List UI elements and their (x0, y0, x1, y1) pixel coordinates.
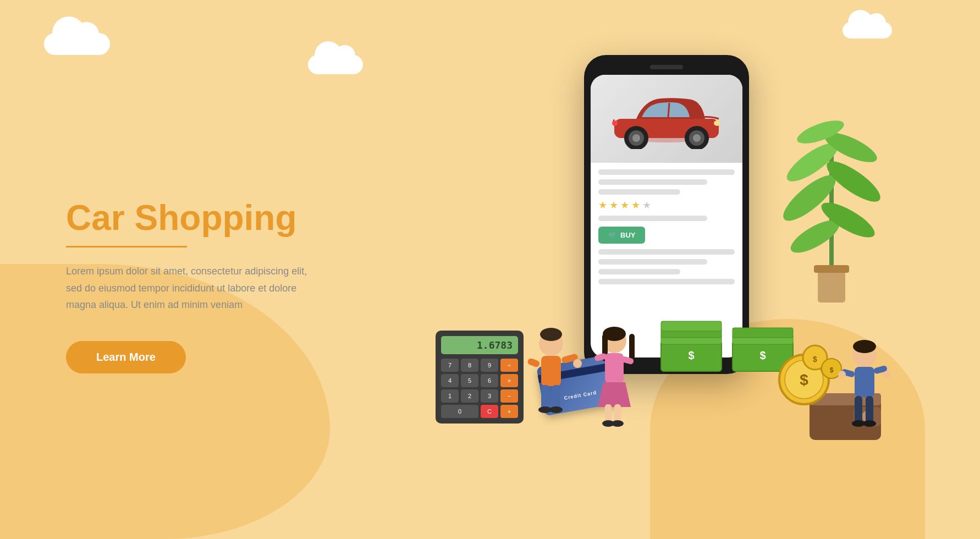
calculator-buttons: 7 8 9 ÷ 4 5 6 × 1 2 3 − 0 C + (441, 359, 518, 418)
star-3: ★ (620, 199, 629, 211)
svg-text:$: $ (830, 366, 834, 374)
plant-illustration (777, 61, 887, 308)
svg-text:$: $ (688, 349, 694, 361)
svg-rect-47 (541, 385, 549, 410)
main-container: Car Shopping Lorem ipsum dolor sit amet,… (0, 0, 980, 539)
content-line-1 (598, 169, 735, 175)
money-illustration: $ $ $ $ $ (656, 275, 848, 440)
hero-title: Car Shopping (66, 199, 352, 237)
svg-rect-64 (855, 367, 874, 397)
svg-rect-48 (552, 385, 560, 410)
svg-rect-29 (733, 328, 793, 338)
svg-point-8 (693, 134, 701, 142)
svg-rect-44 (527, 358, 541, 368)
star-rating: ★ ★ ★ ★ ★ (598, 199, 735, 211)
buy-button[interactable]: 🛒 BUY (598, 227, 645, 244)
calc-btn-3[interactable]: 3 (481, 389, 498, 403)
calc-btn-2[interactable]: 2 (461, 389, 478, 403)
star-4: ★ (631, 199, 640, 211)
svg-rect-55 (605, 353, 624, 383)
svg-point-42 (540, 328, 562, 341)
svg-line-2 (668, 103, 669, 117)
svg-point-50 (549, 406, 563, 413)
car-illustration (606, 89, 727, 149)
right-person-illustration (837, 333, 892, 443)
svg-rect-25 (661, 321, 722, 331)
title-underline (66, 246, 187, 248)
content-line-7 (598, 269, 680, 274)
calculator-display: 1.6783 (441, 336, 518, 354)
calc-btn-6[interactable]: 6 (481, 374, 498, 387)
calc-btn-8[interactable]: 8 (461, 359, 478, 372)
content-line-3 (598, 189, 680, 195)
hero-description: Lorem ipsum dolor sit amet, consectetur … (66, 263, 313, 314)
svg-point-67 (838, 371, 846, 378)
svg-rect-70 (866, 396, 873, 424)
svg-text:$: $ (759, 349, 766, 361)
svg-rect-12 (814, 265, 849, 273)
svg-point-46 (573, 359, 582, 368)
calc-btn-1[interactable]: 1 (441, 389, 459, 403)
content-line-6 (598, 259, 707, 265)
svg-point-72 (863, 420, 876, 427)
svg-rect-69 (855, 396, 862, 424)
content-line-5 (598, 249, 735, 255)
star-2: ★ (609, 199, 618, 211)
svg-point-61 (612, 420, 624, 427)
calculator: 1.6783 7 8 9 ÷ 4 5 6 × 1 2 3 − 0 C + (436, 331, 524, 424)
svg-point-5 (632, 134, 640, 142)
people-illustration (513, 311, 656, 443)
svg-point-68 (883, 371, 891, 378)
right-section: ★ ★ ★ ★ ★ 🛒 BUY (419, 44, 914, 495)
svg-rect-54 (629, 334, 635, 361)
left-section: Car Shopping Lorem ipsum dolor sit amet,… (66, 166, 352, 373)
svg-point-10 (612, 120, 618, 126)
calc-btn-9[interactable]: 9 (481, 359, 498, 372)
buy-label: BUY (620, 231, 635, 239)
svg-point-63 (853, 340, 876, 353)
content-line-4 (598, 216, 707, 221)
content-line-2 (598, 179, 707, 185)
calc-btn-clear[interactable]: C (481, 405, 498, 418)
learn-more-button[interactable]: Learn More (66, 341, 186, 373)
svg-rect-43 (541, 356, 561, 386)
phone-car-image (591, 75, 742, 163)
star-1: ★ (598, 199, 607, 211)
svg-text:$: $ (800, 371, 808, 388)
svg-text:$: $ (813, 355, 817, 364)
calc-btn-7[interactable]: 7 (441, 359, 459, 372)
calc-btn-5[interactable]: 5 (461, 374, 478, 387)
svg-point-9 (714, 120, 720, 126)
calc-btn-0[interactable]: 0 (441, 405, 478, 418)
star-5: ★ (642, 199, 651, 211)
phone-speaker (650, 65, 683, 69)
cart-icon: 🛒 (608, 231, 617, 239)
calc-btn-4[interactable]: 4 (441, 374, 459, 387)
